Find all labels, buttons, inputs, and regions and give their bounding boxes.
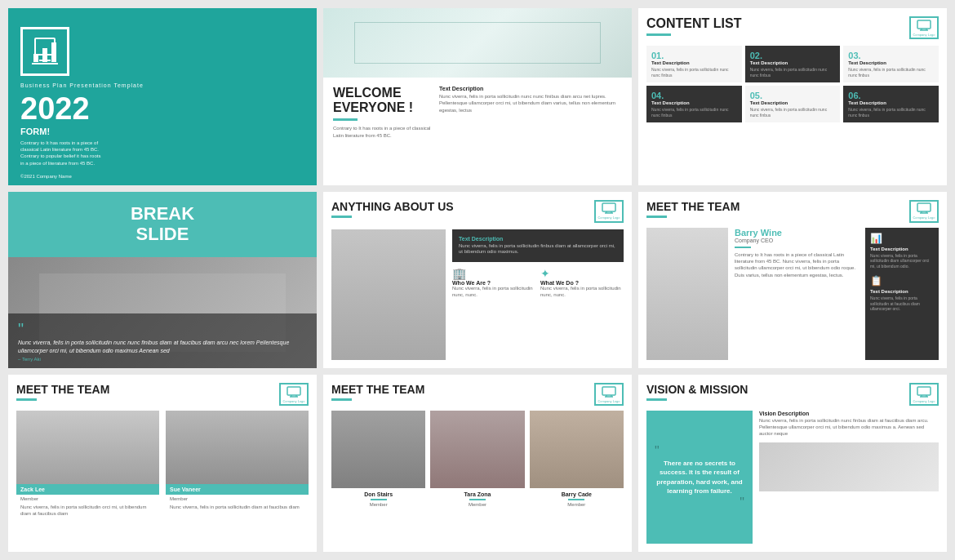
item-body: Nunc viverra, felis in porta sollicitudi… — [848, 67, 934, 78]
sue-photo-bg — [166, 411, 309, 484]
slide7-title: MEET THE TEAM — [16, 383, 109, 396]
member-don-name: Don Stairs — [364, 491, 393, 497]
person-photo-bg — [646, 228, 728, 361]
slide2-right: Text Description Nunc viverra, felis in … — [439, 86, 622, 139]
slide5-title-area: ANYTHING ABOUT US — [331, 200, 454, 220]
slide6-right-desc-body2: Nunc viverra, felis in porta sollicitudi… — [870, 296, 934, 312]
team-photo-sim — [331, 229, 446, 361]
slide9-header: VISION & MISSION Company Logo — [646, 383, 939, 406]
slide4-top: BREAK SLIDE — [8, 192, 317, 257]
slide6-right-desc: 📊 Text Description Nunc viverra, felis i… — [865, 228, 939, 361]
slide3-items-grid: 01. Text Description Nunc viverra, felis… — [646, 46, 939, 122]
member-don-photo — [331, 411, 425, 488]
tara-teal-line — [469, 499, 486, 500]
item-num: 01. — [651, 51, 737, 60]
svg-rect-23 — [602, 387, 615, 395]
slide2-left: WELCOME EVERYONE ! Contrary to It has ro… — [333, 86, 431, 139]
svg-rect-19 — [287, 387, 300, 395]
slide6-content: Barry Wine Company CEO Contrary to It ha… — [646, 228, 939, 361]
slide6-teal-line2 — [735, 247, 751, 248]
member-sue-name: Sue Vaneer — [166, 484, 309, 495]
slide6-right-icon2: 📋 — [870, 275, 934, 287]
slide6-person-photo — [646, 228, 728, 361]
slide6-right-desc-body: Nunc viverra, felis in porta sollicitudi… — [870, 253, 934, 269]
slide5-title: ANYTHING ABOUT US — [331, 200, 454, 213]
slide2-body-left: Contrary to It has roots in a piece of c… — [333, 125, 431, 139]
item-label: Text Description — [750, 60, 836, 65]
svg-rect-27 — [917, 387, 931, 395]
slide1-content: Business Plan Presentation Template 2022… — [20, 27, 304, 167]
slide6-title-area: MEET THE TEAM — [646, 200, 740, 220]
barry-teal-line — [568, 499, 584, 500]
item-label: Text Description — [651, 100, 737, 105]
slide6-person-body: Contrary to It has roots in a piece of c… — [735, 251, 859, 279]
slide9-logo-inner: Company Logo — [913, 386, 935, 403]
member-sue: Sue Vaneer Member Nunc viverra, felis in… — [166, 411, 309, 544]
slide3-logo-label: Company Logo — [913, 33, 935, 37]
slide6-logo-label: Company Logo — [913, 216, 935, 220]
slide6-person-role: Company CEO — [735, 238, 859, 243]
slide6-title: MEET THE TEAM — [646, 200, 740, 213]
slide5-teal-line — [331, 216, 352, 218]
slide1-form-label: FORM! — [20, 127, 304, 136]
item-label: Text Description — [750, 100, 836, 105]
list-item: 02. Text Description Nunc viverra, felis… — [745, 46, 841, 82]
list-item: 06. Text Description Nunc viverra, felis… — [843, 86, 939, 122]
list-item: 03. Text Description Nunc viverra, felis… — [843, 46, 939, 82]
slide9-content: " There are no secrets to success. It is… — [646, 411, 939, 544]
slide8-title-area: MEET THE TEAM — [331, 383, 424, 403]
slide6-right-icon1: 📊 — [870, 233, 934, 244]
slide5-content: Text Description Nunc viverra, felis in … — [331, 229, 624, 361]
slide-meet-team-two: MEET THE TEAM Company Logo Zack Lee Memb… — [8, 375, 317, 552]
item-body: Nunc viverra, felis in porta sollicitudi… — [651, 67, 737, 78]
slide7-logo-box: Company Logo — [279, 383, 309, 406]
slide4-bottom: " Nunc viverra, felis in porta sollicitu… — [8, 257, 317, 369]
member-sue-desc: Nunc viverra, felis in porta sollicitudi… — [166, 503, 309, 513]
slide6-person-info: Barry Wine Company CEO Contrary to It ha… — [735, 228, 859, 361]
slide6-logo-box: Company Logo — [909, 200, 939, 223]
slide6-right-desc-label: Text Description — [870, 247, 934, 251]
item-body: Nunc viverra, felis in porta sollicitudi… — [750, 67, 836, 78]
slide9-vision-body: Nunc viverra, felis in porta sollicitudi… — [759, 418, 939, 437]
list-item: 05. Text Description Nunc viverra, felis… — [745, 86, 841, 122]
item-body: Nunc viverra, felis in porta sollicitudi… — [651, 107, 737, 118]
don-teal-line — [371, 499, 387, 500]
slide2-photo — [323, 8, 632, 78]
item-label: Text Description — [848, 100, 934, 105]
member-zack-role: Member — [16, 495, 159, 503]
member-don-role: Member — [370, 502, 388, 507]
item-label: Text Description — [651, 60, 737, 65]
slide2-desc-body: Nunc viverra, felis in porta sollicitudi… — [439, 93, 622, 113]
slide3-title-area: CONTENT LIST — [646, 16, 741, 41]
member-barry: Barry Cade Member — [530, 411, 624, 544]
svg-rect-15 — [917, 203, 931, 211]
svg-rect-7 — [917, 20, 931, 29]
slide-business-plan: Business Plan Presentation Template 2022… — [8, 8, 317, 185]
slide3-header: CONTENT LIST Company Logo — [646, 16, 939, 41]
item-body: Nunc viverra, felis in porta sollicitudi… — [750, 107, 836, 118]
slide9-quote-mark-open: " — [655, 444, 744, 459]
member-tara-role: Member — [469, 502, 486, 507]
slide3-title: CONTENT LIST — [646, 16, 741, 31]
quote-overlay: " Nunc viverra, felis in porta sollicitu… — [8, 313, 317, 369]
member-don: Don Stairs Member — [331, 411, 425, 544]
zack-photo-bg — [16, 411, 159, 484]
slide9-title: VISION & MISSION — [646, 383, 748, 396]
slide2-bottom: WELCOME EVERYONE ! Contrary to It has ro… — [323, 78, 632, 147]
item-label: Text Description — [848, 60, 934, 65]
quote-author: – Terry Aki — [18, 357, 307, 362]
slide9-vision-label: Vision Description — [759, 411, 939, 416]
member-barry-name: Barry Cade — [562, 491, 592, 497]
member-zack: Zack Lee Member Nunc viverra, felis in p… — [16, 411, 159, 544]
slide1-copyright: ©2021 Company Name — [20, 174, 72, 179]
member-sue-role: Member — [166, 495, 309, 503]
slide-vision-mission: VISION & MISSION Company Logo " There ar… — [638, 375, 947, 552]
member-tara-photo — [430, 411, 524, 488]
item-num: 04. — [651, 91, 737, 100]
slide5-col2-body: Nunc viverra, felis in porta sollicitudi… — [540, 286, 624, 299]
slide6-logo-inner: Company Logo — [913, 202, 935, 220]
what-we-do-icon: ✦ — [540, 267, 624, 280]
list-item: 04. Text Description Nunc viverra, felis… — [646, 86, 742, 122]
member-tara-name: Tara Zona — [464, 491, 491, 497]
slide5-col1-label: Who We Are ? — [452, 280, 535, 286]
